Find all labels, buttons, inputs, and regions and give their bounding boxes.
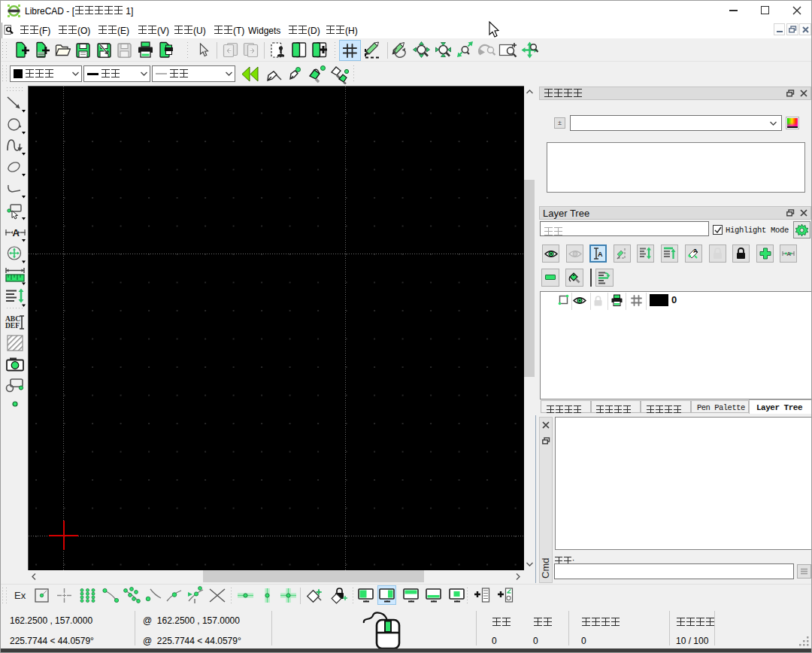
svg-text:A: A <box>786 251 791 257</box>
svg-text:A: A <box>13 227 20 238</box>
svg-text:DEF: DEF <box>5 322 20 330</box>
svg-text:A: A <box>693 248 698 254</box>
svg-text:A: A <box>598 251 603 258</box>
